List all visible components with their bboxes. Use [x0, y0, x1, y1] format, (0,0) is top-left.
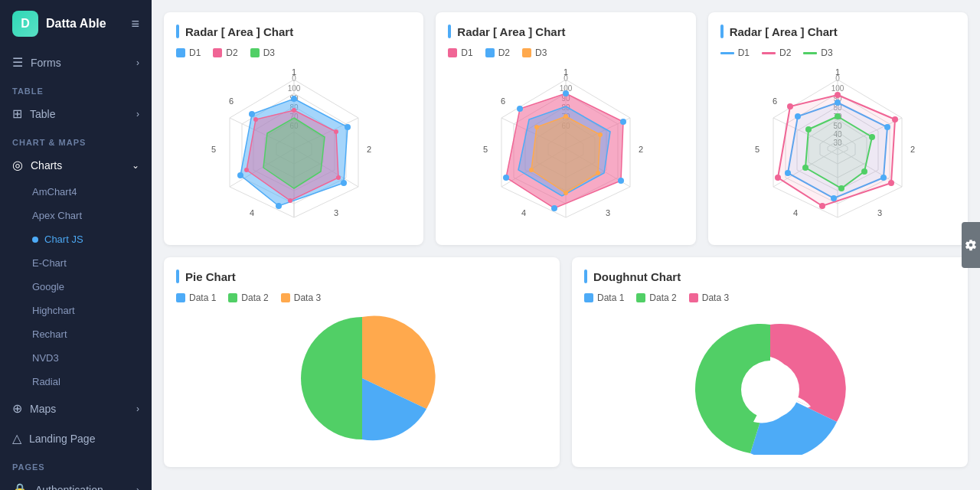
pie-chart: Pie Chart Data 1 Data 2 Data 3 — [164, 257, 560, 467]
svg-text:3: 3 — [334, 208, 338, 217]
app-name: Datta Able — [46, 17, 106, 31]
pie-legend-d2: Data 2 — [228, 292, 268, 303]
sidebar-item-forms[interactable]: ☰ Forms › — [0, 47, 152, 77]
radar1-legend: D1 D2 D3 — [176, 47, 411, 58]
radar3-legend-d2: D2 — [762, 47, 791, 58]
sidebar: D Datta Able ≡ ☰ Forms › TABLE ⊞ Table ›… — [0, 0, 152, 490]
pie-d3-label: Data 3 — [294, 292, 321, 303]
svg-point-30 — [237, 172, 243, 178]
table-icon: ⊞ — [12, 106, 22, 121]
landing-icon: △ — [12, 431, 21, 446]
forms-chevron-icon: › — [136, 57, 139, 68]
charts-label: Charts — [31, 159, 62, 172]
section-label-table: TABLE — [0, 77, 152, 99]
svg-text:3: 3 — [606, 208, 610, 217]
svg-text:5: 5 — [483, 145, 488, 154]
sidebar-header: D Datta Able ≡ — [0, 0, 152, 47]
svg-point-66 — [551, 205, 557, 211]
svg-text:4: 4 — [793, 208, 798, 217]
pie-d2-label: Data 2 — [241, 292, 268, 303]
pie-legend: Data 1 Data 2 Data 3 — [176, 292, 547, 303]
submenu-item-highchart[interactable]: Highchart — [0, 299, 152, 322]
svg-text:6: 6 — [501, 96, 505, 106]
doughnut-title: Doughnut Chart — [584, 270, 956, 283]
svg-point-68 — [517, 106, 523, 112]
svg-point-28 — [341, 180, 347, 186]
radar3-svg: 0 100 90 80 70 50 40 30 1 2 3 4 5 6 — [746, 64, 929, 233]
radar2-legend-d3: D3 — [522, 47, 547, 58]
radar-chart-2: Radar [ Area ] Chart D1 D2 D3 0 1 — [436, 12, 695, 245]
radar3-d3-label: D3 — [821, 47, 832, 58]
svg-text:2: 2 — [639, 145, 643, 154]
sidebar-item-landing[interactable]: △ Landing Page — [0, 423, 152, 453]
svg-point-116 — [869, 134, 875, 140]
svg-point-67 — [503, 175, 509, 181]
radar1-d2-label: D2 — [226, 47, 237, 58]
svg-point-74 — [534, 125, 539, 129]
doughnut-svg — [686, 309, 854, 455]
svg-point-29 — [276, 203, 282, 209]
radar2-d3-color — [522, 48, 531, 57]
sidebar-item-table[interactable]: ⊞ Table › — [0, 99, 152, 129]
submenu-item-echart[interactable]: E-Chart — [0, 251, 152, 275]
doughnut-legend-d1: Data 1 — [584, 292, 624, 303]
pie-d1-label: Data 1 — [189, 292, 216, 303]
sidebar-item-auth[interactable]: 🔒 Authentication › — [0, 475, 152, 490]
submenu-item-apexchart[interactable]: Apex Chart — [0, 204, 152, 227]
radar1-d3-color — [250, 48, 260, 57]
radar3-legend-d3: D3 — [803, 47, 832, 58]
radar1-svg: 0 100 90 80 70 60 1 2 3 4 5 6 — [202, 64, 386, 233]
radar3-d2-label: D2 — [779, 47, 791, 58]
charts-icon: ◎ — [12, 158, 23, 172]
radar3-d1-label: D1 — [738, 47, 750, 58]
sidebar-item-maps[interactable]: ⊕ Maps › — [0, 394, 152, 423]
radar1-d1-color — [176, 48, 185, 57]
pie-title: Pie Chart — [176, 270, 547, 283]
radial-label: Radial — [32, 376, 60, 387]
radar3-legend-d1: D1 — [720, 47, 750, 58]
submenu-item-amchart4[interactable]: AmChart4 — [0, 180, 152, 204]
radar2-d2-label: D2 — [498, 47, 510, 58]
doughnut-d2-label: Data 2 — [649, 292, 676, 303]
sidebar-logo: D Datta Able — [12, 11, 106, 37]
svg-point-108 — [795, 113, 801, 119]
table-chevron-icon: › — [136, 109, 139, 119]
svg-point-69 — [564, 114, 568, 119]
radar2-legend-d2: D2 — [485, 47, 510, 58]
pie-chart-area — [176, 309, 547, 447]
amchart4-label: AmChart4 — [32, 186, 77, 198]
top-charts-grid: Radar [ Area ] Chart D1 D2 D3 0 — [164, 12, 968, 245]
svg-point-34 — [336, 175, 341, 180]
main-content: Radar [ Area ] Chart D1 D2 D3 0 — [152, 0, 980, 490]
doughnut-chart-area — [584, 309, 956, 455]
radar-chart-3: Radar [ Area ] Chart D1 D2 D3 0 1 — [708, 12, 968, 245]
maps-chevron-icon: › — [136, 403, 139, 414]
svg-point-109 — [835, 92, 841, 98]
submenu-item-radial[interactable]: Radial — [0, 370, 152, 394]
svg-point-65 — [618, 178, 624, 184]
active-dot-icon — [32, 237, 38, 243]
edge-settings-button[interactable] — [962, 222, 980, 268]
highchart-label: Highchart — [32, 305, 75, 316]
submenu-item-nvd3[interactable]: NVD3 — [0, 346, 152, 370]
submenu-item-chartjs[interactable]: Chart JS — [0, 227, 152, 251]
radar2-legend: D1 D2 D3 — [448, 47, 683, 58]
svg-point-110 — [892, 116, 898, 122]
svg-point-70 — [598, 132, 603, 137]
sidebar-item-charts[interactable]: ◎ Charts ⌄ — [0, 150, 152, 180]
svg-point-32 — [292, 108, 296, 113]
svg-point-72 — [564, 191, 568, 195]
table-label: Table — [30, 108, 55, 120]
radar1-d1-label: D1 — [189, 47, 201, 58]
svg-point-71 — [596, 171, 600, 175]
svg-point-27 — [345, 124, 351, 130]
menu-toggle-icon[interactable]: ≡ — [131, 16, 139, 32]
auth-label: Authentication — [35, 484, 103, 491]
svg-point-119 — [802, 165, 808, 171]
submenu-item-google[interactable]: Google — [0, 275, 152, 299]
svg-point-117 — [861, 168, 867, 175]
echart-label: E-Chart — [32, 257, 67, 269]
pie-legend-d3: Data 3 — [281, 292, 321, 303]
submenu-item-rechart[interactable]: Rechart — [0, 322, 152, 346]
radar2-d1-color — [448, 48, 457, 57]
